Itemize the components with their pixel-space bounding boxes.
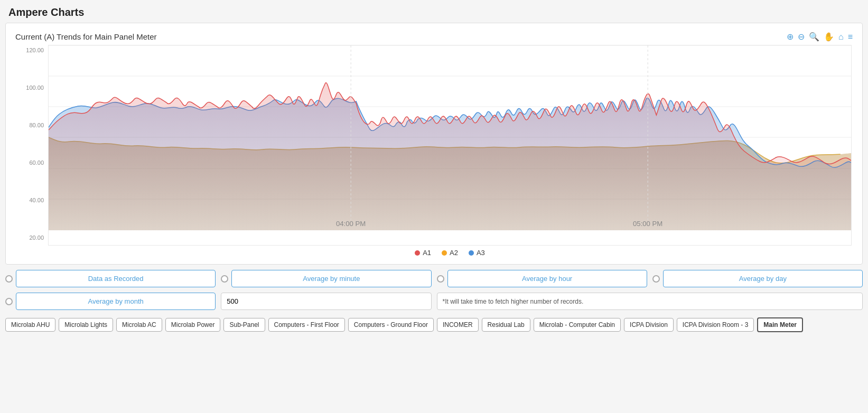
chart-container: Current (A) Trends for Main Panel Meter … (5, 23, 863, 265)
search-icon[interactable]: 🔍 (809, 32, 819, 42)
day-avg-row: Average by day (652, 270, 863, 287)
tag-item[interactable]: Sub-Panel (223, 318, 265, 332)
raw-data-group: Data as Recorded (5, 270, 216, 287)
legend-dot-a2 (442, 250, 447, 256)
menu-icon[interactable]: ≡ (848, 32, 853, 42)
tags-section: Microlab AHUMicrolab LightsMicrolab ACMi… (5, 317, 863, 332)
y-tick: 60.00 (16, 159, 47, 166)
tag-item[interactable]: Computers - Ground Floor (348, 318, 434, 332)
day-avg-group: Average by day (652, 270, 863, 287)
y-tick: 80.00 (16, 122, 47, 128)
y-tick: 20.00 (16, 234, 47, 241)
month-avg-row: Average by month (5, 293, 216, 310)
raw-data-radio[interactable] (5, 275, 13, 283)
month-avg-button[interactable]: Average by month (16, 293, 216, 310)
hour-avg-radio[interactable] (437, 275, 444, 283)
legend-a2: A2 (442, 249, 458, 257)
legend-dot-a1 (415, 250, 420, 256)
tag-item[interactable]: Residual Lab (482, 318, 530, 332)
tag-item[interactable]: ICPA Division Room - 3 (677, 318, 754, 332)
hour-avg-group: Average by hour (437, 270, 647, 287)
legend-label-a2: A2 (450, 249, 458, 257)
tag-item[interactable]: Computers - First Floor (268, 318, 345, 332)
minute-avg-button[interactable]: Average by minute (231, 270, 431, 287)
svg-text:05:00 PM: 05:00 PM (633, 220, 662, 228)
controls-section: Data as Recorded Average by minute Avera… (5, 270, 863, 287)
minute-avg-group: Average by minute (221, 270, 431, 287)
y-tick: 100.00 (16, 85, 47, 91)
zoom-in-icon[interactable]: ⊕ (787, 32, 794, 42)
records-note: *It will take time to fetch higher numbe… (437, 293, 863, 310)
chart-area: 04:00 PM 05:00 PM (48, 45, 852, 246)
hour-avg-button[interactable]: Average by hour (447, 270, 647, 287)
legend-a3: A3 (469, 249, 485, 257)
minute-avg-row: Average by minute (221, 270, 431, 287)
month-avg-radio[interactable] (5, 298, 13, 305)
legend-a1: A1 (415, 249, 431, 257)
records-input-container (221, 293, 431, 310)
tag-item[interactable]: INCOMER (437, 318, 479, 332)
zoom-out-icon[interactable]: ⊖ (798, 32, 805, 42)
home-icon[interactable]: ⌂ (838, 32, 844, 42)
chart-header: Current (A) Trends for Main Panel Meter … (11, 29, 857, 45)
month-avg-group: Average by month (5, 293, 216, 310)
legend-label-a3: A3 (477, 249, 485, 257)
tag-item[interactable]: Microlab Power (165, 318, 221, 332)
tag-item[interactable]: Microlab - Computer Cabin (534, 318, 621, 332)
controls-extra: Average by month *It will take time to f… (5, 293, 863, 310)
day-avg-button[interactable]: Average by day (663, 270, 863, 287)
chart-wrapper: 20.0040.0060.0080.00100.00120.00 Current… (16, 45, 852, 259)
svg-text:04:00 PM: 04:00 PM (336, 220, 366, 228)
tag-item[interactable]: Microlab Lights (59, 318, 113, 332)
page-title: Ampere Charts (0, 0, 868, 23)
pan-icon[interactable]: ✋ (824, 32, 834, 42)
chart-title: Current (A) Trends for Main Panel Meter (15, 32, 157, 41)
legend-label-a1: A1 (423, 249, 431, 257)
records-input[interactable] (221, 293, 431, 310)
y-tick: 40.00 (16, 197, 47, 203)
chart-svg: 04:00 PM 05:00 PM (49, 45, 851, 230)
legend-dot-a3 (469, 250, 474, 256)
chart-legend: A1 A2 A3 (48, 246, 852, 259)
hour-avg-row: Average by hour (437, 270, 647, 287)
minute-avg-radio[interactable] (221, 275, 228, 283)
y-axis-ticks: 20.0040.0060.0080.00100.00120.00 (16, 45, 47, 243)
raw-data-row: Data as Recorded (5, 270, 216, 287)
raw-data-button[interactable]: Data as Recorded (16, 270, 216, 287)
chart-toolbar: ⊕ ⊖ 🔍 ✋ ⌂ ≡ (787, 32, 853, 42)
y-tick: 120.00 (16, 47, 47, 53)
tag-item[interactable]: Microlab AC (116, 318, 162, 332)
tag-item[interactable]: Main Meter (757, 317, 803, 332)
day-avg-radio[interactable] (652, 275, 660, 283)
tag-item[interactable]: Microlab AHU (5, 318, 55, 332)
tag-item[interactable]: ICPA Division (624, 318, 674, 332)
